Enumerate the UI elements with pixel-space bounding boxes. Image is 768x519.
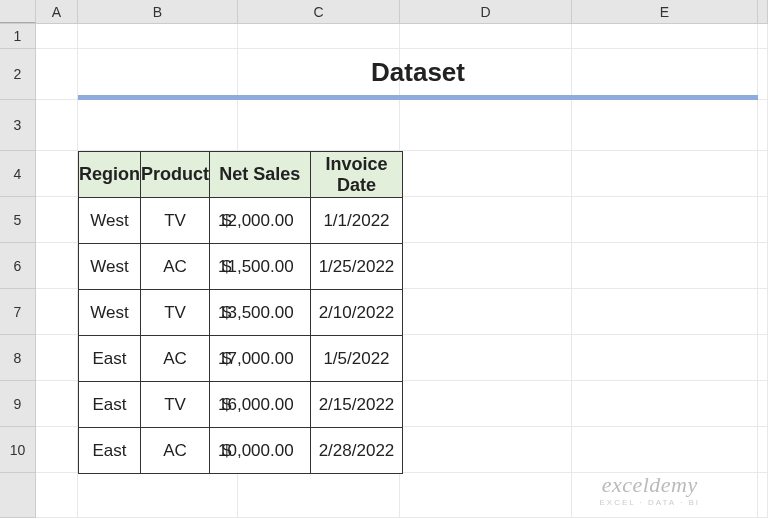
row-header-2[interactable]: 2 <box>0 49 36 100</box>
cell-region[interactable]: West <box>79 198 141 244</box>
row-header-3[interactable]: 3 <box>0 100 36 151</box>
watermark: exceldemy EXCEL · DATA · BI <box>599 472 700 507</box>
currency-symbol: $ <box>222 303 231 323</box>
row-header-9[interactable]: 9 <box>0 381 36 427</box>
cell-invoice-date[interactable]: 2/10/2022 <box>310 290 403 336</box>
currency-symbol: $ <box>222 349 231 369</box>
column-header-C[interactable]: C <box>238 0 400 23</box>
row-header-10[interactable]: 10 <box>0 427 36 473</box>
cell-region[interactable]: East <box>79 336 141 382</box>
cell-invoice-date[interactable]: 1/25/2022 <box>310 244 403 290</box>
cell-region[interactable]: West <box>79 290 141 336</box>
row-header-6[interactable]: 6 <box>0 243 36 289</box>
currency-symbol: $ <box>222 441 231 461</box>
cell-net-sales[interactable]: $11,500.00 <box>210 244 311 290</box>
cell-product[interactable]: TV <box>141 198 210 244</box>
table-row: West TV $13,500.00 2/10/2022 <box>79 290 403 336</box>
cell-product[interactable]: AC <box>141 336 210 382</box>
column-header-A[interactable]: A <box>36 0 78 23</box>
currency-symbol: $ <box>222 211 231 231</box>
dataset-title[interactable]: Dataset <box>78 49 758 100</box>
row-header-4[interactable]: 4 <box>0 151 36 197</box>
cell-invoice-date[interactable]: 1/1/2022 <box>310 198 403 244</box>
cell-product[interactable]: AC <box>141 244 210 290</box>
data-table: Region Product Net Sales Invoice Date We… <box>78 151 403 474</box>
header-net-sales[interactable]: Net Sales <box>210 152 311 198</box>
cell-invoice-date[interactable]: 2/15/2022 <box>310 382 403 428</box>
table-row: East AC $17,000.00 1/5/2022 <box>79 336 403 382</box>
cell-region[interactable]: East <box>79 382 141 428</box>
column-headers-row: A B C D E <box>0 0 768 24</box>
column-header-B[interactable]: B <box>78 0 238 23</box>
watermark-title: exceldemy <box>599 472 700 498</box>
spreadsheet: A B C D E 1 2 3 4 5 6 7 8 9 10 <box>0 0 768 519</box>
table-row: West AC $11,500.00 1/25/2022 <box>79 244 403 290</box>
grid-area[interactable]: Dataset Region Product Net Sales Invoice… <box>36 24 768 519</box>
cell-net-sales[interactable]: $17,000.00 <box>210 336 311 382</box>
header-invoice-date[interactable]: Invoice Date <box>310 152 403 198</box>
cell-region[interactable]: East <box>79 428 141 474</box>
currency-symbol: $ <box>222 257 231 277</box>
watermark-subtitle: EXCEL · DATA · BI <box>599 498 700 507</box>
cell-region[interactable]: West <box>79 244 141 290</box>
table-body: West TV $12,000.00 1/1/2022 West AC $11,… <box>79 198 403 474</box>
cell-invoice-date[interactable]: 2/28/2022 <box>310 428 403 474</box>
cell-net-sales[interactable]: $13,500.00 <box>210 290 311 336</box>
column-header-next[interactable] <box>758 0 768 23</box>
header-product[interactable]: Product <box>141 152 210 198</box>
cell-net-sales[interactable]: $10,000.00 <box>210 428 311 474</box>
table-row: East TV $16,000.00 2/15/2022 <box>79 382 403 428</box>
table-row: East AC $10,000.00 2/28/2022 <box>79 428 403 474</box>
row-header-8[interactable]: 8 <box>0 335 36 381</box>
row-header-7[interactable]: 7 <box>0 289 36 335</box>
table-row: West TV $12,000.00 1/1/2022 <box>79 198 403 244</box>
table-header-row: Region Product Net Sales Invoice Date <box>79 152 403 198</box>
cell-product[interactable]: TV <box>141 382 210 428</box>
select-all-corner[interactable] <box>0 0 36 23</box>
cell-product[interactable]: AC <box>141 428 210 474</box>
row-header-5[interactable]: 5 <box>0 197 36 243</box>
column-header-D[interactable]: D <box>400 0 572 23</box>
cell-net-sales[interactable]: $16,000.00 <box>210 382 311 428</box>
header-region[interactable]: Region <box>79 152 141 198</box>
currency-symbol: $ <box>222 395 231 415</box>
cell-net-sales[interactable]: $12,000.00 <box>210 198 311 244</box>
row-header-pad <box>0 473 36 518</box>
cell-product[interactable]: TV <box>141 290 210 336</box>
row-headers: 1 2 3 4 5 6 7 8 9 10 <box>0 24 36 519</box>
column-header-E[interactable]: E <box>572 0 758 23</box>
cell-invoice-date[interactable]: 1/5/2022 <box>310 336 403 382</box>
row-header-1[interactable]: 1 <box>0 24 36 49</box>
